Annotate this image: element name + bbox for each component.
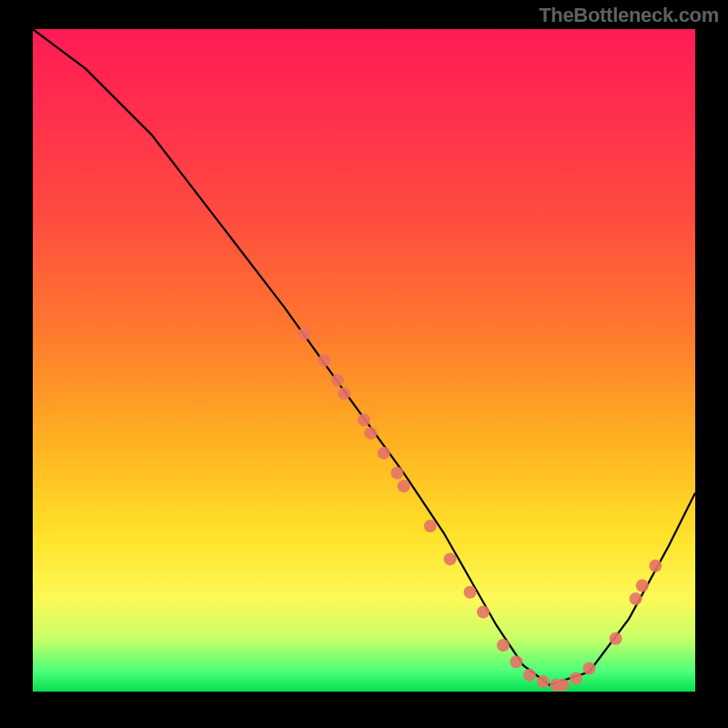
data-point: [556, 679, 569, 692]
data-point: [390, 467, 403, 480]
data-point: [537, 675, 550, 688]
data-point: [649, 560, 662, 572]
data-point: [424, 520, 437, 532]
data-point: [636, 580, 649, 592]
data-point: [338, 387, 350, 399]
plot-area: [33, 29, 695, 692]
data-point: [583, 662, 596, 675]
data-point: [630, 592, 642, 605]
data-point: [398, 480, 410, 492]
data-point: [610, 632, 622, 645]
data-point: [444, 552, 457, 565]
data-point: [477, 606, 490, 619]
bottleneck-curve: [33, 29, 695, 685]
data-point: [497, 639, 510, 652]
data-point: [378, 447, 390, 460]
watermark-text: TheBottleneck.com: [539, 4, 719, 27]
chart-overlay: [33, 29, 695, 692]
data-point: [464, 586, 477, 599]
data-point: [298, 328, 311, 340]
data-point: [510, 655, 522, 668]
data-points: [298, 328, 662, 692]
data-point: [318, 354, 330, 367]
data-point: [364, 427, 377, 440]
data-point: [358, 414, 370, 427]
data-point: [331, 374, 344, 387]
data-point: [523, 669, 536, 682]
data-point: [570, 672, 582, 684]
figure-root: TheBottleneck.com: [0, 0, 728, 728]
